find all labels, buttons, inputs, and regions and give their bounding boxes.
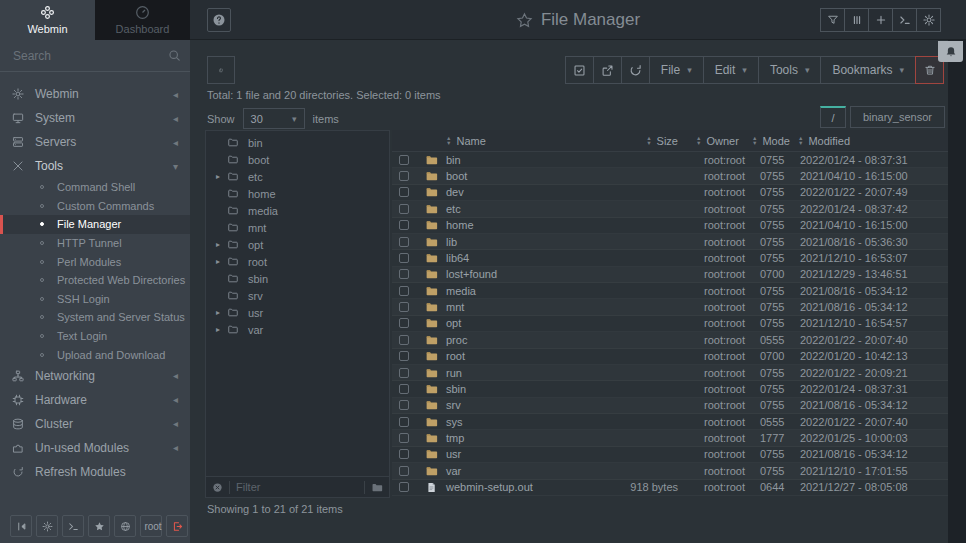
table-row[interactable]: dev root:root 0755 2022/01/22 - 20:07:49 <box>392 185 948 201</box>
collapse-sidebar-button[interactable] <box>10 515 32 537</box>
chevron-right-icon[interactable]: ▸ <box>216 240 227 249</box>
tree-item-srv[interactable]: srv <box>206 287 389 304</box>
page-size-select[interactable]: 30 ▾ <box>243 108 305 129</box>
column-modified[interactable]: ▲▼Modified <box>798 135 948 147</box>
table-row[interactable]: etc root:root 0755 2022/01/24 - 08:37:42 <box>392 201 948 217</box>
column-size[interactable]: ▲▼Size <box>580 135 690 147</box>
file-name[interactable]: srv <box>446 399 580 411</box>
menu-tools[interactable]: Tools▾ <box>758 56 822 84</box>
tree-filter-input[interactable] <box>236 481 358 493</box>
clear-filter-icon[interactable] <box>212 482 223 493</box>
shell-button[interactable] <box>892 8 917 32</box>
export-button[interactable] <box>593 56 622 84</box>
breadcrumb-path[interactable]: binary_sensor <box>850 106 945 128</box>
select-all-button[interactable] <box>565 56 594 84</box>
column-mode[interactable]: ▲▼Mode <box>752 135 798 147</box>
row-checkbox[interactable] <box>399 449 409 459</box>
sidebar-item-tools[interactable]: Tools ▾ <box>0 154 190 178</box>
table-row[interactable]: usr root:root 0755 2021/08/16 - 05:34:12 <box>392 447 948 463</box>
table-row[interactable]: lib64 root:root 0755 2021/12/10 - 16:53:… <box>392 250 948 266</box>
tree-item-home[interactable]: home <box>206 185 389 202</box>
clone-tab-button[interactable] <box>207 56 235 84</box>
refresh-button[interactable] <box>621 56 650 84</box>
menu-bookmarks[interactable]: Bookmarks▾ <box>820 56 916 84</box>
row-checkbox[interactable] <box>399 335 409 345</box>
file-name[interactable]: opt <box>446 317 580 329</box>
table-row[interactable]: sbin root:root 0755 2022/01/24 - 08:37:3… <box>392 381 948 397</box>
settings-button[interactable] <box>916 8 941 32</box>
chevron-right-icon[interactable]: ▸ <box>216 308 227 317</box>
column-owner[interactable]: ▲▼Owner <box>690 135 752 147</box>
column-name[interactable]: ▲▼Name <box>446 135 580 147</box>
chevron-right-icon[interactable]: ▸ <box>216 257 227 266</box>
table-row[interactable]: var root:root 0755 2021/12/10 - 17:01:55 <box>392 463 948 479</box>
sidebar-item-un-used-modules[interactable]: Un-used Modules ◂ <box>0 436 190 460</box>
table-row[interactable]: lost+found root:root 0700 2021/12/29 - 1… <box>392 267 948 283</box>
folder-icon[interactable] <box>371 482 383 493</box>
tree-item-var[interactable]: ▸ var <box>206 321 389 338</box>
row-checkbox[interactable] <box>399 351 409 361</box>
sidebar-item-command-shell[interactable]: Command Shell <box>0 178 190 197</box>
file-name[interactable]: var <box>446 465 580 477</box>
tree-item-opt[interactable]: ▸ opt <box>206 236 389 253</box>
sidebar-item-protected-web-directories[interactable]: Protected Web Directories <box>0 271 190 290</box>
file-name[interactable]: usr <box>446 448 580 460</box>
sort-icon[interactable]: ▲▼ <box>798 136 803 145</box>
sort-icon[interactable]: ▲▼ <box>446 136 451 145</box>
file-name[interactable]: sbin <box>446 383 580 395</box>
sidebar-item-file-manager[interactable]: File Manager <box>0 215 190 234</box>
row-checkbox[interactable] <box>399 253 409 263</box>
sidebar-item-ssh-login[interactable]: SSH Login <box>0 290 190 309</box>
row-checkbox[interactable] <box>399 155 409 165</box>
row-checkbox[interactable] <box>399 204 409 214</box>
menu-file[interactable]: File▾ <box>649 56 704 84</box>
sidebar-item-hardware[interactable]: Hardware ◂ <box>0 388 190 412</box>
tree-item-sbin[interactable]: sbin <box>206 270 389 287</box>
tree-item-bin[interactable]: bin <box>206 134 389 151</box>
file-name[interactable]: media <box>446 285 580 297</box>
sort-icon[interactable]: ▲▼ <box>646 136 651 145</box>
columns-button[interactable] <box>844 8 869 32</box>
row-checkbox[interactable] <box>399 237 409 247</box>
search-input[interactable] <box>13 49 168 63</box>
table-row[interactable]: run root:root 0755 2022/01/22 - 20:09:21 <box>392 365 948 381</box>
chevron-right-icon[interactable]: ▸ <box>216 325 227 334</box>
file-name[interactable]: boot <box>446 170 580 182</box>
favorites-star-button[interactable] <box>88 515 110 537</box>
sort-icon[interactable]: ▲▼ <box>752 136 757 145</box>
table-row[interactable]: webmin-setup.out 918 bytes root:root 064… <box>392 480 948 496</box>
language-globe-button[interactable] <box>114 515 136 537</box>
table-row[interactable]: mnt root:root 0755 2021/08/16 - 05:34:12 <box>392 299 948 315</box>
file-name[interactable]: bin <box>446 154 580 166</box>
row-checkbox[interactable] <box>399 417 409 427</box>
notifications-toggle[interactable] <box>938 41 963 62</box>
user-button[interactable]: root <box>140 515 162 537</box>
table-row[interactable]: sys root:root 0555 2022/01/22 - 20:07:40 <box>392 414 948 430</box>
row-checkbox[interactable] <box>399 220 409 230</box>
table-row[interactable]: media root:root 0755 2021/08/16 - 05:34:… <box>392 283 948 299</box>
sidebar-item-perl-modules[interactable]: Perl Modules <box>0 252 190 271</box>
menu-edit[interactable]: Edit▾ <box>703 56 759 84</box>
file-name[interactable]: run <box>446 367 580 379</box>
breadcrumb-root[interactable]: / <box>820 106 846 128</box>
row-checkbox[interactable] <box>399 368 409 378</box>
file-name[interactable]: proc <box>446 334 580 346</box>
sidebar-item-custom-commands[interactable]: Custom Commands <box>0 197 190 216</box>
row-checkbox[interactable] <box>399 171 409 181</box>
tab-dashboard[interactable]: Dashboard <box>95 0 190 40</box>
row-checkbox[interactable] <box>399 466 409 476</box>
file-name[interactable]: dev <box>446 186 580 198</box>
row-checkbox[interactable] <box>399 384 409 394</box>
row-checkbox[interactable] <box>399 318 409 328</box>
file-name[interactable]: etc <box>446 203 580 215</box>
file-name[interactable]: lib <box>446 236 580 248</box>
tree-item-root[interactable]: ▸ root <box>206 253 389 270</box>
table-row[interactable]: tmp root:root 1777 2022/01/25 - 10:00:03 <box>392 430 948 446</box>
sort-icon[interactable]: ▲▼ <box>696 136 701 145</box>
row-checkbox[interactable] <box>399 302 409 312</box>
chevron-right-icon[interactable]: ▸ <box>216 172 227 181</box>
table-row[interactable]: opt root:root 0755 2021/12/10 - 16:54:57 <box>392 316 948 332</box>
new-window-button[interactable] <box>868 8 893 32</box>
tree-item-usr[interactable]: ▸ usr <box>206 304 389 321</box>
terminal-button[interactable] <box>62 515 84 537</box>
